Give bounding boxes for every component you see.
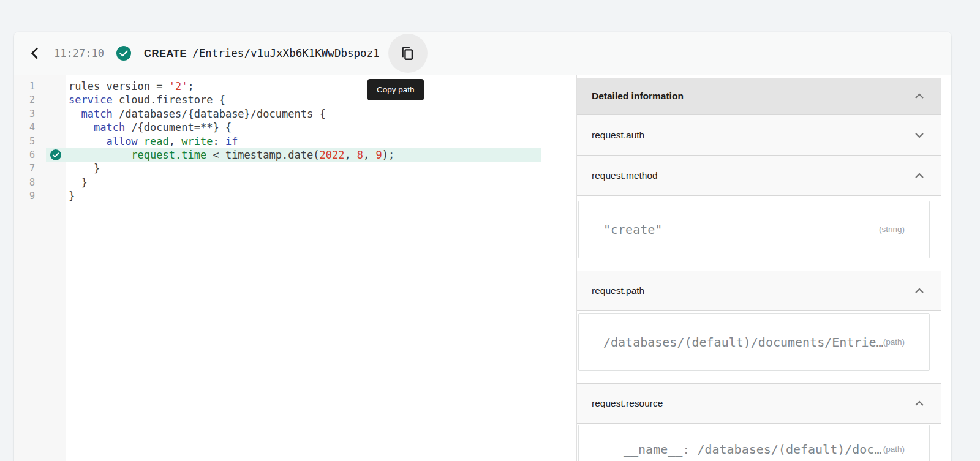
check-circle-icon <box>50 149 61 160</box>
section-label: request.resource <box>592 398 663 409</box>
line-marker <box>35 135 66 148</box>
request-path-label: /Entries/v1uJxXb6K1KWwDbspoz1 <box>192 47 380 59</box>
panel-header-detailed-information[interactable]: Detailed information <box>577 78 941 115</box>
panel-title: Detailed information <box>592 91 684 102</box>
line-marker <box>35 80 66 93</box>
code-line-2: 2service cloud.firestore { <box>14 93 576 107</box>
line-number: 7 <box>14 162 35 175</box>
line-number: 4 <box>14 121 35 134</box>
value-text: __name__: /databases/(default)/doc… <box>603 442 881 457</box>
line-marker <box>35 176 66 189</box>
line-marker <box>35 107 66 121</box>
section-header-request-auth[interactable]: request.auth <box>577 115 941 156</box>
chevron-up-icon <box>912 396 927 411</box>
code-line-text: service cloud.firestore { <box>66 93 225 107</box>
code-lines: 1rules_version = '2';2service cloud.fire… <box>14 75 576 461</box>
line-number: 8 <box>14 176 35 189</box>
code-line-text: match /{document=**} { <box>66 121 232 134</box>
code-line-5: 5 allow read, write: if <box>14 135 576 148</box>
section-label: request.method <box>592 170 658 181</box>
section-label: request.path <box>592 285 644 296</box>
code-line-text: request.time < timestamp.date(2022, 8, 9… <box>66 148 394 162</box>
line-number: 5 <box>14 135 35 148</box>
line-marker <box>35 93 66 107</box>
code-line-text: } <box>66 162 100 175</box>
section-header-request-method[interactable]: request.method <box>577 156 941 196</box>
detailed-information-panel: Detailed information request.auth reques… <box>576 75 951 461</box>
code-line-3: 3 match /databases/{database}/documents … <box>14 107 576 121</box>
code-line-8: 8 } <box>14 176 576 189</box>
section-header-request-path[interactable]: request.path <box>577 271 941 311</box>
code-line-4: 4 match /{document=**} { <box>14 121 576 134</box>
back-button[interactable] <box>24 43 45 64</box>
chevron-up-icon <box>912 89 927 103</box>
line-number: 2 <box>14 93 35 107</box>
line-number: 3 <box>14 107 35 121</box>
rule-pass-marker <box>35 148 66 162</box>
value-text: /databases/(default)/documents/Entrie… <box>603 335 883 350</box>
code-line-6: 6 request.time < timestamp.date(2022, 8,… <box>14 148 576 162</box>
request-method-label: CREATE <box>144 48 187 59</box>
value-card-request-resource: __name__: /databases/(default)/doc…(path… <box>578 425 930 461</box>
code-line-9: 9} <box>14 189 576 203</box>
chevron-up-icon <box>912 168 927 183</box>
panel-scrollbar-track <box>941 75 951 461</box>
status-allowed-check-circle-icon <box>116 46 131 61</box>
line-marker <box>35 121 66 134</box>
value-type-label: (path) <box>883 442 905 457</box>
result-header: 11:27:10 CREATE /Entries/v1uJxXb6K1KWwDb… <box>14 32 951 75</box>
copy-path-tooltip: Copy path <box>368 79 424 100</box>
section-header-request-resource[interactable]: request.resource <box>577 383 941 424</box>
section-label: request.auth <box>592 130 644 141</box>
chevron-down-icon <box>912 128 927 143</box>
code-line-text: } <box>66 189 75 203</box>
value-text: "create" <box>603 222 662 237</box>
line-number: 6 <box>14 148 35 162</box>
code-line-1: 1rules_version = '2'; <box>14 80 576 93</box>
line-marker <box>35 162 66 175</box>
code-line-text: } <box>66 176 88 189</box>
rules-code-editor[interactable]: 1rules_version = '2';2service cloud.fire… <box>14 75 576 461</box>
code-line-7: 7 } <box>14 162 576 175</box>
line-number: 1 <box>14 80 35 93</box>
chevron-up-icon <box>912 283 927 298</box>
line-number: 9 <box>14 189 35 203</box>
panel-sections: Detailed information request.auth reques… <box>577 78 941 461</box>
section-body-request-path: /databases/(default)/documents/Entrie…(p… <box>577 311 941 383</box>
code-line-text: match /databases/{database}/documents { <box>66 107 326 121</box>
value-type-label: (path) <box>883 335 905 350</box>
section-body-request-resource: __name__: /databases/(default)/doc…(path… <box>577 424 941 461</box>
section-body-request-method: "create"(string) <box>577 196 941 271</box>
code-line-text: allow read, write: if <box>66 135 238 148</box>
chevron-left-icon <box>28 46 42 61</box>
code-line-text: rules_version = '2'; <box>66 80 194 93</box>
copy-path-button[interactable] <box>388 34 428 73</box>
value-card-request-method: "create"(string) <box>578 201 930 258</box>
value-card-request-path: /databases/(default)/documents/Entrie…(p… <box>578 313 930 371</box>
value-type-label: (string) <box>879 222 905 237</box>
request-timestamp: 11:27:10 <box>54 47 104 59</box>
line-marker <box>35 189 66 203</box>
rules-playground-result-card: 11:27:10 CREATE /Entries/v1uJxXb6K1KWwDb… <box>14 32 951 461</box>
content-copy-icon <box>399 45 416 62</box>
result-body: 1rules_version = '2';2service cloud.fire… <box>14 75 951 461</box>
